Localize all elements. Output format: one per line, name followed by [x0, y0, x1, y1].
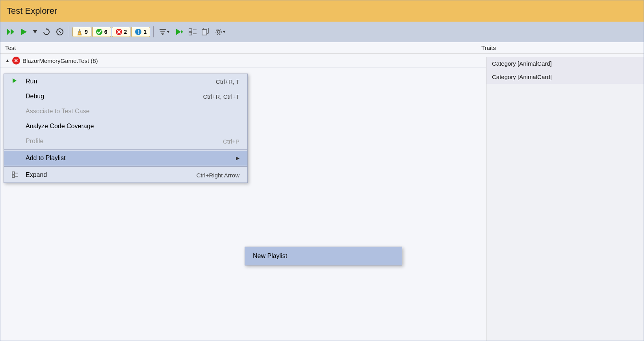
menu-item-playlist[interactable]: Add to Playlist ▶: [4, 151, 247, 166]
svg-rect-8: [79, 29, 80, 31]
traits-column-header: Traits: [481, 44, 639, 51]
expand-icon: [12, 171, 18, 179]
menu-separator: [4, 149, 247, 150]
svg-marker-1: [11, 29, 14, 35]
submenu: New Playlist: [245, 247, 402, 265]
total-badge[interactable]: 9: [72, 27, 91, 37]
main-window: Test Explorer: [0, 0, 644, 341]
svg-marker-32: [223, 31, 226, 33]
svg-rect-19: [161, 33, 164, 34]
traits-panel: Category [AnimalCard] Category [AnimalCa…: [486, 57, 644, 341]
submenu-arrow-icon: ▶: [236, 155, 239, 161]
new-playlist-label: New Playlist: [253, 253, 287, 260]
svg-rect-29: [202, 29, 207, 35]
play-icon: [12, 78, 17, 85]
copy-icon: [202, 28, 209, 36]
filter-button[interactable]: [157, 26, 172, 37]
test-column-header: Test: [5, 44, 481, 51]
svg-rect-18: [160, 31, 165, 32]
svg-marker-23: [181, 30, 183, 34]
svg-marker-3: [33, 30, 37, 33]
expand-arrow-icon[interactable]: ▲: [5, 58, 10, 63]
group-icon: [189, 28, 197, 35]
debug-shortcut: Ctrl+R, Ctrl+T: [179, 93, 239, 100]
x-circle-icon: [115, 28, 122, 35]
check-circle-icon: [96, 28, 103, 35]
filter-icon: [159, 28, 167, 36]
failed-badge[interactable]: 2: [112, 27, 131, 37]
run-dropdown-button[interactable]: [31, 29, 39, 35]
rerun-button[interactable]: [41, 26, 52, 37]
group-button[interactable]: [187, 27, 199, 37]
badge-group: 9 6 2 !: [72, 27, 150, 37]
live-icon: [175, 28, 183, 35]
svg-point-11: [96, 29, 102, 35]
warning-count: 1: [143, 29, 147, 35]
submenu-item-new-playlist[interactable]: New Playlist: [245, 247, 402, 265]
total-count: 9: [85, 29, 88, 35]
svg-point-31: [216, 29, 221, 35]
expand-shortcut: Ctrl+Right Arrow: [173, 172, 239, 179]
svg-rect-17: [160, 29, 166, 30]
profile-label: Profile: [26, 138, 199, 145]
run-selected-button[interactable]: [4, 26, 17, 37]
window-title: Test Explorer: [7, 6, 57, 16]
title-bar: Test Explorer: [0, 0, 644, 22]
menu-item-expand[interactable]: Expand Ctrl+Right Arrow: [4, 168, 247, 182]
column-headers: Test Traits: [0, 42, 644, 54]
playlist-label: Add to Playlist: [26, 155, 236, 162]
info-circle-icon: !: [135, 28, 142, 35]
run-label: Run: [26, 78, 192, 85]
svg-marker-0: [7, 29, 10, 35]
copy-button[interactable]: [200, 26, 211, 37]
expand-label: Expand: [26, 171, 173, 179]
separator-2: [153, 26, 154, 37]
svg-point-10: [79, 33, 80, 34]
svg-text:!: !: [137, 29, 139, 35]
svg-rect-20: [162, 34, 163, 35]
failed-count: 2: [124, 29, 127, 35]
svg-rect-24: [189, 29, 192, 31]
debug-label: Debug: [26, 93, 179, 100]
svg-marker-33: [13, 78, 17, 83]
svg-rect-25: [189, 32, 192, 35]
svg-rect-34: [12, 172, 15, 174]
gear-icon: [215, 28, 223, 36]
associate-label: Associate to Test Case: [26, 108, 216, 115]
settings-dropdown-icon: [223, 31, 226, 33]
main-content: Test Traits ▲ ✕ BlazorMemoryGame.Test (8…: [0, 42, 644, 341]
live-button[interactable]: [173, 27, 185, 37]
passed-count: 6: [104, 29, 108, 35]
tree-node-label: BlazorMemoryGame.Test (8): [22, 57, 98, 64]
trait-row-2: Category [AnimalCard]: [486, 70, 644, 84]
context-menu: Run Ctrl+R, T Debug Ctrl+R, Ctrl+T Assoc…: [4, 74, 248, 183]
menu-separator-2: [4, 166, 247, 167]
svg-line-6: [59, 31, 61, 33]
menu-item-debug[interactable]: Debug Ctrl+R, Ctrl+T: [4, 89, 247, 104]
settings-button[interactable]: [213, 26, 228, 37]
passed-badge[interactable]: 6: [92, 27, 111, 37]
error-status-icon: ✕: [12, 57, 20, 65]
trait-row-1: Category [AnimalCard]: [486, 57, 644, 70]
menu-item-analyze[interactable]: Analyze Code Coverage: [4, 119, 247, 134]
run-all-button[interactable]: [19, 27, 30, 37]
warning-badge[interactable]: ! 1: [131, 27, 150, 37]
svg-marker-22: [176, 29, 181, 35]
dropdown-arrow-icon: [167, 31, 170, 33]
svg-rect-35: [12, 175, 15, 177]
profile-shortcut: Ctrl+P: [199, 138, 239, 145]
cancel-button[interactable]: [54, 26, 66, 37]
menu-item-profile[interactable]: Profile Ctrl+P: [4, 134, 247, 149]
toolbar: 9 6 2 !: [0, 22, 644, 42]
svg-point-30: [217, 30, 220, 33]
flask-icon: [76, 28, 83, 35]
svg-marker-21: [167, 31, 170, 33]
menu-item-associate[interactable]: Associate to Test Case: [4, 104, 247, 119]
run-shortcut: Ctrl+R, T: [192, 78, 239, 85]
analyze-label: Analyze Code Coverage: [26, 123, 216, 130]
separator-1: [69, 26, 69, 37]
svg-marker-2: [21, 29, 27, 35]
svg-marker-4: [46, 28, 48, 30]
menu-item-run[interactable]: Run Ctrl+R, T: [4, 74, 247, 89]
